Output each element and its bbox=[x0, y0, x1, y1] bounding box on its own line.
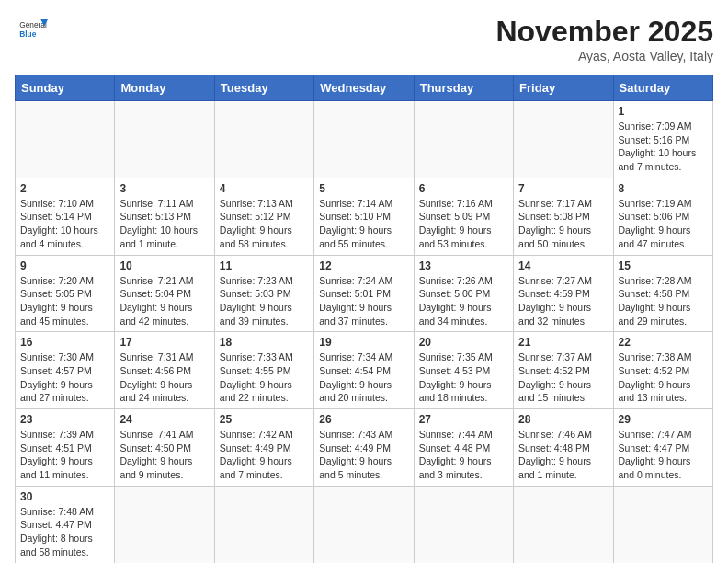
calendar-cell: 18Sunrise: 7:33 AMSunset: 4:55 PMDayligh… bbox=[214, 332, 313, 409]
calendar-cell: 13Sunrise: 7:26 AMSunset: 5:00 PMDayligh… bbox=[414, 255, 513, 332]
calendar-cell: 16Sunrise: 7:30 AMSunset: 4:57 PMDayligh… bbox=[16, 332, 115, 409]
day-info: Sunrise: 7:24 AMSunset: 5:01 PMDaylight:… bbox=[319, 274, 408, 328]
day-number: 26 bbox=[319, 413, 408, 426]
day-info: Sunrise: 7:37 AMSunset: 4:52 PMDaylight:… bbox=[518, 350, 608, 405]
day-info: Sunrise: 7:09 AMSunset: 5:16 PMDaylight:… bbox=[619, 120, 708, 174]
day-info: Sunrise: 7:23 AMSunset: 5:03 PMDaylight:… bbox=[220, 274, 309, 328]
day-number: 2 bbox=[20, 182, 109, 195]
day-info: Sunrise: 7:19 AMSunset: 5:06 PMDaylight:… bbox=[619, 197, 708, 251]
calendar-cell: 26Sunrise: 7:43 AMSunset: 4:49 PMDayligh… bbox=[314, 409, 414, 487]
day-number: 29 bbox=[619, 413, 708, 426]
day-number: 10 bbox=[119, 259, 209, 272]
calendar-cell: 30Sunrise: 7:48 AMSunset: 4:47 PMDayligh… bbox=[16, 486, 115, 563]
day-number: 23 bbox=[20, 413, 109, 426]
day-info: Sunrise: 7:43 AMSunset: 4:49 PMDaylight:… bbox=[319, 428, 408, 482]
calendar-cell bbox=[414, 101, 513, 178]
calendar-cell: 27Sunrise: 7:44 AMSunset: 4:48 PMDayligh… bbox=[414, 409, 513, 487]
day-info: Sunrise: 7:16 AMSunset: 5:09 PMDaylight:… bbox=[419, 197, 508, 251]
calendar-cell: 20Sunrise: 7:35 AMSunset: 4:53 PMDayligh… bbox=[414, 332, 513, 409]
day-number: 21 bbox=[518, 336, 608, 349]
calendar-cell: 7Sunrise: 7:17 AMSunset: 5:08 PMDaylight… bbox=[514, 178, 613, 255]
calendar-cell: 19Sunrise: 7:34 AMSunset: 4:54 PMDayligh… bbox=[314, 332, 414, 409]
day-info: Sunrise: 7:47 AMSunset: 4:47 PMDaylight:… bbox=[619, 428, 708, 482]
calendar-week-2: 2Sunrise: 7:10 AMSunset: 5:14 PMDaylight… bbox=[16, 178, 713, 255]
day-info: Sunrise: 7:44 AMSunset: 4:48 PMDaylight:… bbox=[419, 428, 508, 482]
weekday-header-friday: Friday bbox=[514, 75, 613, 101]
calendar-cell bbox=[414, 486, 513, 563]
weekday-header-saturday: Saturday bbox=[613, 75, 712, 101]
calendar-week-6: 30Sunrise: 7:48 AMSunset: 4:47 PMDayligh… bbox=[16, 486, 713, 563]
calendar-cell bbox=[115, 101, 214, 178]
calendar-cell: 5Sunrise: 7:14 AMSunset: 5:10 PMDaylight… bbox=[314, 178, 414, 255]
day-number: 28 bbox=[518, 413, 608, 426]
day-info: Sunrise: 7:20 AMSunset: 5:05 PMDaylight:… bbox=[20, 274, 109, 328]
calendar-cell bbox=[16, 101, 115, 178]
day-info: Sunrise: 7:27 AMSunset: 4:59 PMDaylight:… bbox=[518, 274, 608, 328]
day-info: Sunrise: 7:21 AMSunset: 5:04 PMDaylight:… bbox=[119, 274, 209, 328]
day-info: Sunrise: 7:48 AMSunset: 4:47 PMDaylight:… bbox=[20, 505, 109, 559]
day-number: 25 bbox=[220, 413, 309, 426]
calendar-cell: 14Sunrise: 7:27 AMSunset: 4:59 PMDayligh… bbox=[514, 255, 613, 332]
weekday-header-row: SundayMondayTuesdayWednesdayThursdayFrid… bbox=[16, 75, 713, 101]
day-info: Sunrise: 7:13 AMSunset: 5:12 PMDaylight:… bbox=[220, 197, 309, 251]
calendar-cell: 29Sunrise: 7:47 AMSunset: 4:47 PMDayligh… bbox=[613, 409, 712, 487]
day-number: 7 bbox=[518, 182, 608, 195]
page-header: General Blue November 2025 Ayas, Aosta V… bbox=[15, 15, 713, 63]
calendar-cell: 2Sunrise: 7:10 AMSunset: 5:14 PMDaylight… bbox=[16, 178, 115, 255]
logo: General Blue bbox=[15, 15, 48, 48]
weekday-header-sunday: Sunday bbox=[16, 75, 115, 101]
calendar-week-1: 1Sunrise: 7:09 AMSunset: 5:16 PMDaylight… bbox=[16, 101, 713, 178]
day-number: 9 bbox=[20, 259, 109, 272]
day-info: Sunrise: 7:39 AMSunset: 4:51 PMDaylight:… bbox=[20, 428, 109, 482]
day-number: 5 bbox=[319, 182, 408, 195]
day-number: 1 bbox=[619, 105, 708, 118]
day-number: 20 bbox=[419, 336, 508, 349]
svg-text:Blue: Blue bbox=[19, 29, 36, 39]
day-info: Sunrise: 7:42 AMSunset: 4:49 PMDaylight:… bbox=[220, 428, 309, 482]
location: Ayas, Aosta Valley, Italy bbox=[495, 49, 713, 63]
calendar-cell: 6Sunrise: 7:16 AMSunset: 5:09 PMDaylight… bbox=[414, 178, 513, 255]
calendar-cell: 10Sunrise: 7:21 AMSunset: 5:04 PMDayligh… bbox=[115, 255, 214, 332]
day-info: Sunrise: 7:34 AMSunset: 4:54 PMDaylight:… bbox=[319, 350, 408, 405]
calendar-cell bbox=[314, 101, 414, 178]
day-number: 6 bbox=[419, 182, 508, 195]
weekday-header-thursday: Thursday bbox=[414, 75, 513, 101]
day-number: 11 bbox=[220, 259, 309, 272]
title-block: November 2025 Ayas, Aosta Valley, Italy bbox=[495, 15, 713, 63]
weekday-header-wednesday: Wednesday bbox=[314, 75, 414, 101]
calendar-cell: 23Sunrise: 7:39 AMSunset: 4:51 PMDayligh… bbox=[16, 409, 115, 487]
day-info: Sunrise: 7:26 AMSunset: 5:00 PMDaylight:… bbox=[419, 274, 508, 328]
day-number: 24 bbox=[119, 413, 209, 426]
calendar-cell bbox=[613, 486, 712, 563]
day-number: 15 bbox=[619, 259, 708, 272]
calendar-cell: 8Sunrise: 7:19 AMSunset: 5:06 PMDaylight… bbox=[613, 178, 712, 255]
weekday-header-monday: Monday bbox=[115, 75, 214, 101]
calendar-cell: 24Sunrise: 7:41 AMSunset: 4:50 PMDayligh… bbox=[115, 409, 214, 487]
day-info: Sunrise: 7:38 AMSunset: 4:52 PMDaylight:… bbox=[619, 350, 708, 405]
day-info: Sunrise: 7:28 AMSunset: 4:58 PMDaylight:… bbox=[619, 274, 708, 328]
calendar-table: SundayMondayTuesdayWednesdayThursdayFrid… bbox=[15, 75, 713, 563]
weekday-header-tuesday: Tuesday bbox=[214, 75, 313, 101]
day-number: 4 bbox=[220, 182, 309, 195]
calendar-cell bbox=[214, 101, 313, 178]
calendar-cell: 22Sunrise: 7:38 AMSunset: 4:52 PMDayligh… bbox=[613, 332, 712, 409]
day-number: 3 bbox=[119, 182, 209, 195]
calendar-cell bbox=[314, 486, 414, 563]
calendar-cell bbox=[514, 101, 613, 178]
calendar-cell: 4Sunrise: 7:13 AMSunset: 5:12 PMDaylight… bbox=[214, 178, 313, 255]
day-info: Sunrise: 7:46 AMSunset: 4:48 PMDaylight:… bbox=[518, 428, 608, 482]
calendar-week-5: 23Sunrise: 7:39 AMSunset: 4:51 PMDayligh… bbox=[16, 409, 713, 487]
day-info: Sunrise: 7:41 AMSunset: 4:50 PMDaylight:… bbox=[119, 428, 209, 482]
day-number: 19 bbox=[319, 336, 408, 349]
calendar-cell: 15Sunrise: 7:28 AMSunset: 4:58 PMDayligh… bbox=[613, 255, 712, 332]
calendar-cell: 9Sunrise: 7:20 AMSunset: 5:05 PMDaylight… bbox=[16, 255, 115, 332]
day-number: 22 bbox=[619, 336, 708, 349]
day-info: Sunrise: 7:17 AMSunset: 5:08 PMDaylight:… bbox=[518, 197, 608, 251]
day-number: 13 bbox=[419, 259, 508, 272]
calendar-cell: 3Sunrise: 7:11 AMSunset: 5:13 PMDaylight… bbox=[115, 178, 214, 255]
calendar-cell bbox=[514, 486, 613, 563]
day-number: 8 bbox=[619, 182, 708, 195]
day-info: Sunrise: 7:33 AMSunset: 4:55 PMDaylight:… bbox=[220, 350, 309, 405]
day-info: Sunrise: 7:14 AMSunset: 5:10 PMDaylight:… bbox=[319, 197, 408, 251]
month-title: November 2025 bbox=[495, 15, 713, 49]
